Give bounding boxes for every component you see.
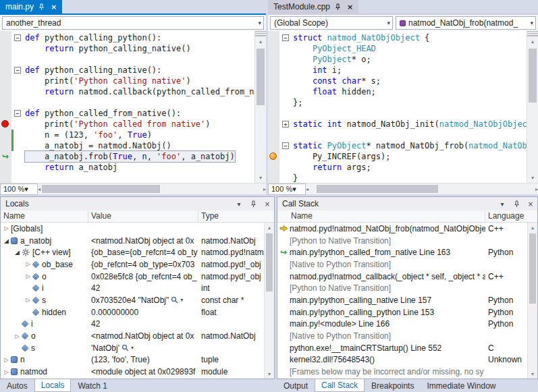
- scrollbar-thumb[interactable]: [317, 185, 438, 193]
- code-line[interactable]: [0, 97, 254, 108]
- close-icon[interactable]: ×: [346, 3, 354, 11]
- callstack-annotation-row[interactable]: [Python to Native Transition]: [277, 235, 537, 247]
- code-line[interactable]: print('Python called from native'): [0, 119, 254, 130]
- locals-row[interactable]: ◢a_natobj<natmod.NatObj object at 0xnatm…: [1, 235, 274, 247]
- code-line[interactable]: return a_natobj: [0, 162, 254, 173]
- locals-row[interactable]: ◢[C++ view]{ob_base={ob_refcnt=4 ob_tyna…: [1, 246, 274, 258]
- callstack-frame-row[interactable]: natmod.pyd!natmod_callback(_object * sel…: [277, 271, 537, 283]
- code-line[interactable]: print('Python calling native'): [0, 76, 254, 86]
- column-header-type[interactable]: Type: [198, 211, 274, 222]
- expander-collapsed-icon[interactable]: ▷: [2, 225, 11, 231]
- code-line[interactable]: −static PyObject* natmod_NatObj_frob(nat…: [268, 140, 527, 151]
- navigation-dropdown[interactable]: another_thread ▾: [2, 16, 264, 30]
- window-menu-icon[interactable]: ▾: [498, 200, 506, 208]
- code-editor-main-py[interactable]: −def python_calling_python(): return pyt…: [0, 31, 266, 183]
- code-line[interactable]: [0, 173, 254, 183]
- fold-toggle-icon[interactable]: −: [14, 34, 21, 41]
- breakpoint-icon[interactable]: [1, 120, 9, 128]
- locals-row[interactable]: s'NatObj'▾: [1, 342, 274, 354]
- column-header-language[interactable]: Language: [485, 211, 537, 222]
- vertical-scrollbar[interactable]: ▴ ▾: [254, 31, 266, 183]
- scroll-down-button[interactable]: ▾: [527, 173, 538, 183]
- member-dropdown[interactable]: natmod_NatObj_frob(natmod_ ▾: [396, 16, 536, 30]
- expander-collapsed-icon[interactable]: ▷: [24, 273, 32, 279]
- tool-tab-autos[interactable]: Autos: [1, 379, 34, 392]
- tool-tab-call-stack[interactable]: Call Stack: [315, 379, 365, 392]
- fold-toggle-icon[interactable]: −: [282, 142, 289, 149]
- tab-main-py[interactable]: main.py ×: [0, 0, 62, 13]
- expander-collapsed-icon[interactable]: ▷: [2, 357, 11, 363]
- code-line[interactable]: return python_calling_native(): [0, 43, 254, 54]
- locals-row[interactable]: ▷o<natmod.NatObj object at 0xnatmod.NatO…: [1, 330, 274, 342]
- horizontal-scrollbar[interactable]: 100 % ▾ ◂ ▸: [0, 183, 266, 194]
- locals-row[interactable]: i42: [1, 318, 274, 331]
- vertical-scrollbar[interactable]: ▴ ▾: [527, 31, 538, 183]
- callstack-frame-row[interactable]: main.py!python_calling_python Line 153Py…: [277, 306, 537, 318]
- scrollbar-track[interactable]: [308, 184, 535, 194]
- code-line[interactable]: Py_INCREF(args);: [268, 151, 527, 162]
- callstack-frame-row[interactable]: python.exe!__tmainCRTStartup() Line 552C: [277, 342, 537, 354]
- scroll-right-button[interactable]: ▸: [535, 184, 538, 194]
- callstack-titlebar[interactable]: Call Stack ▾ ×: [277, 197, 537, 211]
- scrollbar-thumb[interactable]: [42, 185, 160, 193]
- zoom-dropdown[interactable]: 100 % ▾: [0, 184, 38, 195]
- vertical-scrollbar[interactable]: ▴ ▾: [264, 223, 274, 379]
- tool-tab-immediate-window[interactable]: Immediate Window: [421, 379, 502, 392]
- code-line[interactable]: −struct natmod_NatObjObject {: [268, 32, 527, 43]
- tool-tab-breakpoints[interactable]: Breakpoints: [365, 379, 420, 392]
- code-line[interactable]: const char* s;: [268, 76, 527, 86]
- scroll-up-button[interactable]: ▴: [265, 223, 274, 232]
- code-line[interactable]: return args;: [268, 162, 527, 173]
- callstack-frame-row[interactable]: ↪main.py!python_called_from_native Line …: [277, 246, 537, 258]
- code-line[interactable]: PyObject* o;: [268, 54, 527, 65]
- code-line[interactable]: }: [268, 173, 527, 183]
- close-icon[interactable]: ×: [49, 3, 58, 11]
- locals-row[interactable]: ▷natmod<module object at 0x029893fmodule: [1, 366, 274, 378]
- locals-row[interactable]: i42int: [1, 282, 274, 294]
- callstack-annotation-row[interactable]: [Native to Python Transition]: [277, 330, 537, 342]
- magnifier-icon[interactable]: [171, 296, 178, 304]
- callstack-frame-row[interactable]: main.py!python_calling_native Line 157Py…: [277, 294, 537, 306]
- expander-collapsed-icon[interactable]: ▷: [24, 261, 32, 267]
- scroll-up-button[interactable]: ▴: [527, 36, 538, 47]
- splitter-handle[interactable]: [255, 31, 266, 36]
- zoom-dropdown[interactable]: 100 % ▾: [268, 184, 306, 195]
- locals-row[interactable]: hidden0.000000000float: [1, 306, 274, 318]
- vertical-scrollbar[interactable]: ▴ ▾: [527, 223, 537, 379]
- scope-dropdown[interactable]: (Global Scope) ▾: [270, 16, 393, 30]
- locals-row[interactable]: ▷[Globals]: [1, 223, 274, 235]
- tool-tab-locals[interactable]: Locals: [34, 379, 72, 392]
- locals-row[interactable]: ▷o0x028e5fc8 {ob_refcnt=4 ob_natmod.pyd!…: [1, 271, 274, 283]
- fold-toggle-icon[interactable]: −: [14, 67, 21, 74]
- column-header-name[interactable]: Name: [1, 211, 88, 222]
- code-line[interactable]: [268, 130, 527, 140]
- scroll-down-button[interactable]: ▾: [255, 173, 266, 183]
- code-line[interactable]: float hidden;: [268, 86, 527, 97]
- locals-row[interactable]: ▷s0x703520e4 "NatObj"▾const char *: [1, 294, 274, 306]
- column-header-name[interactable]: Name: [277, 211, 485, 222]
- magnifier-dropdown-icon[interactable]: ▾: [180, 297, 183, 303]
- locals-row[interactable]: ▷ob_base{ob_refcnt=4 ob_type=0x703natmod…: [1, 258, 274, 271]
- scrollbar-thumb[interactable]: [266, 233, 273, 291]
- code-line[interactable]: ↪ a_natobj.frob(True, n, 'foo', a_natobj…: [0, 151, 254, 162]
- locals-row[interactable]: ▷n(123, 'foo', True)tuple: [1, 354, 274, 366]
- pin-icon[interactable]: [333, 3, 342, 11]
- locals-titlebar[interactable]: Locals ▾ ×: [1, 197, 274, 211]
- code-editor-testmodule-cpp[interactable]: −struct natmod_NatObjObject { PyObject_H…: [268, 31, 538, 183]
- scrollbar-thumb[interactable]: [257, 49, 265, 105]
- callstack-frame-row[interactable]: kernel32.dll!75648543()Unknown: [277, 354, 537, 366]
- callstack-frame-row[interactable]: main.py!<module> Line 166Python: [277, 318, 537, 331]
- code-line[interactable]: −def python_calling_python():: [0, 32, 254, 43]
- expander-collapsed-icon[interactable]: ▷: [2, 369, 11, 375]
- horizontal-scrollbar[interactable]: 100 % ▾ ◂ ▸: [268, 183, 538, 194]
- scroll-right-button[interactable]: ▸: [263, 184, 266, 194]
- code-line[interactable]: [0, 54, 254, 65]
- scrollbar-track[interactable]: [41, 184, 263, 194]
- code-line[interactable]: −def python_called_from_native():: [0, 108, 254, 119]
- close-icon[interactable]: ×: [527, 200, 535, 208]
- scroll-down-button[interactable]: ▾: [265, 369, 274, 379]
- code-line[interactable]: n = (123, 'foo', True): [0, 130, 254, 140]
- column-header-value[interactable]: Value: [88, 211, 198, 222]
- callstack-annotation-row[interactable]: [Native to Python Transition]: [277, 258, 537, 271]
- pin-icon[interactable]: [512, 200, 520, 208]
